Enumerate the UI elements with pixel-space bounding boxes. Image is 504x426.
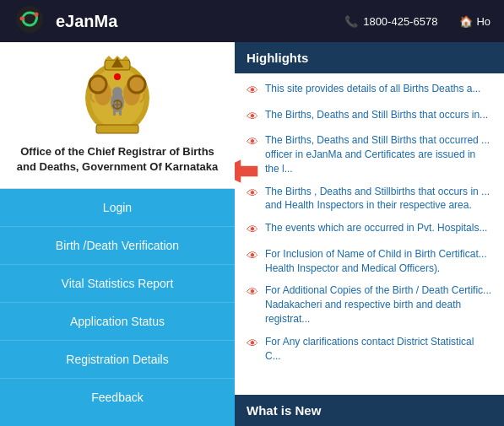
karnataka-emblem [79, 56, 155, 136]
svg-point-9 [130, 78, 144, 91]
what-is-new-title: What is New [247, 403, 321, 418]
svg-point-3 [35, 13, 39, 17]
eye-icon: 👁 [247, 109, 258, 126]
highlight-text: This site provides details of all Births… [265, 82, 480, 96]
list-item: 👁 The Births, Deaths and Still Births th… [247, 108, 492, 126]
eye-icon: 👁 [247, 336, 258, 353]
list-item: 👁 The Births, Deaths and Still Births th… [247, 133, 492, 175]
list-item: 👁 For Inclusion of Name of Child in Birt… [247, 247, 492, 276]
svg-marker-17 [122, 56, 130, 60]
home-button[interactable]: 🏠 Ho [459, 15, 490, 28]
svg-point-13 [112, 87, 122, 97]
right-panel: Highlights 👁 This site provides details … [235, 42, 504, 426]
highlight-text: For Additional Copies of the Birth / Dea… [265, 283, 492, 326]
svg-rect-25 [119, 109, 122, 116]
eye-icon: 👁 [247, 248, 258, 265]
eye-icon: 👁 [247, 284, 258, 301]
nav-menu: Login Birth /Death Verification Vital St… [0, 189, 235, 426]
main-content: Office of the Chief Registrar of Births … [0, 42, 504, 426]
highlights-body: 👁 This site provides details of all Birt… [235, 73, 504, 380]
highlight-link[interactable]: The Births, Deaths and Still Births that… [265, 109, 488, 121]
list-item: 👁 For Additional Copies of the Birth / D… [247, 283, 492, 326]
svg-point-8 [91, 78, 105, 91]
office-title: Office of the Chief Registrar of Births … [17, 144, 218, 175]
svg-marker-15 [105, 56, 113, 60]
eye-icon: 👁 [247, 222, 258, 239]
highlights-title: Highlights [247, 51, 308, 65]
nav-login[interactable]: Login [0, 189, 235, 227]
highlight-link[interactable]: The events which are occurred in Pvt. Ho… [265, 222, 487, 234]
eye-icon: 👁 [247, 186, 258, 202]
home-icon: 🏠 [459, 15, 473, 28]
svg-point-2 [20, 17, 24, 21]
highlights-header: Highlights [235, 42, 504, 73]
nav-vital-statistics[interactable]: Vital Statistics Report [0, 265, 235, 303]
sidebar: Office of the Chief Registrar of Births … [0, 42, 235, 426]
eye-icon: 👁 [247, 83, 258, 100]
home-label: Ho [476, 15, 490, 28]
highlight-link[interactable]: For Any clarifications contact District … [265, 336, 474, 362]
nav-feedback[interactable]: Feedback [0, 379, 235, 416]
phone-section: 📞 1800-425-6578 [344, 15, 437, 28]
svg-rect-18 [96, 125, 138, 133]
phone-icon: 📞 [344, 15, 358, 28]
list-item: 👁 The events which are occurred in Pvt. … [247, 221, 492, 239]
list-item: 👁 The Births , Deaths and Stillbirths th… [247, 185, 492, 213]
what-is-new-header: What is New [235, 395, 504, 426]
nav-application-status[interactable]: Application Status [0, 303, 235, 341]
list-item: 👁 For Any clarifications contact Distric… [247, 335, 492, 364]
highlight-link[interactable]: The Births, Deaths and Still Births that… [265, 134, 490, 175]
list-item: 👁 This site provides details of all Birt… [247, 82, 492, 100]
highlight-text: For Any clarifications contact District … [265, 335, 492, 364]
highlight-link[interactable]: For Additional Copies of the Birth / Dea… [265, 284, 491, 325]
highlight-text: The Births, Deaths and Still Births that… [265, 108, 488, 122]
nav-birth-death-verification[interactable]: Birth /Death Verification [0, 227, 235, 265]
highlight-link[interactable]: For Inclusion of Name of Child in Birth … [265, 248, 487, 274]
highlight-text: For Inclusion of Name of Child in Birth … [265, 247, 492, 276]
site-title: eJanMa [56, 12, 334, 31]
header-logo [14, 3, 46, 39]
highlight-link[interactable]: This site provides details of all Births… [265, 83, 480, 94]
office-section: Office of the Chief Registrar of Births … [0, 42, 235, 189]
highlight-text: The Births, Deaths and Still Births that… [265, 133, 492, 175]
nav-registration-details[interactable]: Registration Details [0, 341, 235, 379]
svg-point-20 [114, 73, 121, 80]
eye-icon: 👁 [247, 134, 258, 151]
highlights-section: Highlights 👁 This site provides details … [235, 42, 504, 395]
highlight-link[interactable]: The Births , Deaths and Stillbirths that… [265, 186, 490, 212]
highlight-text: The events which are occurred in Pvt. Ho… [265, 221, 487, 235]
highlight-text: The Births , Deaths and Stillbirths that… [265, 185, 492, 213]
header: eJanMa 📞 1800-425-6578 🏠 Ho [0, 0, 504, 42]
svg-rect-24 [113, 109, 116, 116]
phone-number: 1800-425-6578 [363, 15, 437, 28]
